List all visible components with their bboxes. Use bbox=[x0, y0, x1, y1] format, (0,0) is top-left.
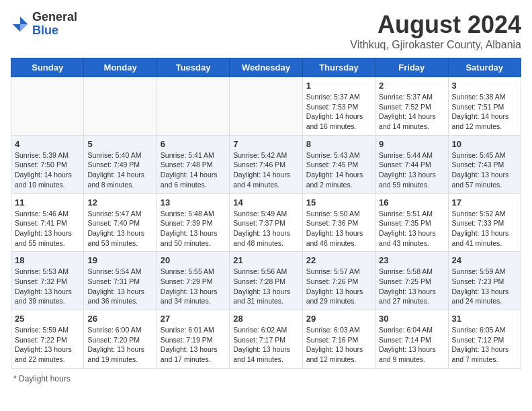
subtitle: Vithkuq, Gjirokaster County, Albania bbox=[350, 39, 521, 51]
day-number: 16 bbox=[379, 197, 444, 208]
main-title: August 2024 bbox=[350, 11, 521, 39]
day-number: 20 bbox=[161, 255, 226, 265]
day-number: 23 bbox=[379, 255, 444, 265]
calendar-cell: 31Sunrise: 6:05 AM Sunset: 7:12 PM Dayli… bbox=[448, 310, 521, 369]
calendar-cell: 10Sunrise: 5:45 AM Sunset: 7:43 PM Dayli… bbox=[448, 135, 521, 193]
day-number: 2 bbox=[379, 81, 444, 91]
day-number: 14 bbox=[233, 197, 298, 208]
day-number: 21 bbox=[233, 255, 298, 265]
calendar-cell: 2Sunrise: 5:37 AM Sunset: 7:52 PM Daylig… bbox=[375, 77, 448, 136]
svg-marker-0 bbox=[20, 17, 28, 24]
day-number: 9 bbox=[379, 139, 444, 149]
cell-info: Sunrise: 6:02 AM Sunset: 7:17 PM Dayligh… bbox=[233, 325, 298, 365]
day-number: 8 bbox=[306, 139, 371, 149]
day-number: 11 bbox=[15, 197, 80, 208]
cell-info: Sunrise: 5:38 AM Sunset: 7:51 PM Dayligh… bbox=[452, 92, 517, 132]
calendar-day-header: Thursday bbox=[302, 58, 375, 77]
calendar-day-header: Sunday bbox=[11, 58, 84, 77]
cell-info: Sunrise: 5:43 AM Sunset: 7:45 PM Dayligh… bbox=[306, 150, 371, 190]
calendar-cell: 7Sunrise: 5:42 AM Sunset: 7:46 PM Daylig… bbox=[230, 135, 302, 193]
day-number: 22 bbox=[306, 255, 371, 265]
calendar-cell bbox=[230, 77, 302, 136]
cell-info: Sunrise: 5:46 AM Sunset: 7:41 PM Dayligh… bbox=[15, 209, 80, 248]
cell-info: Sunrise: 5:37 AM Sunset: 7:53 PM Dayligh… bbox=[306, 92, 371, 132]
calendar-cell: 4Sunrise: 5:39 AM Sunset: 7:50 PM Daylig… bbox=[11, 135, 84, 193]
calendar-cell: 3Sunrise: 5:38 AM Sunset: 7:51 PM Daylig… bbox=[448, 77, 521, 136]
cell-info: Sunrise: 5:52 AM Sunset: 7:33 PM Dayligh… bbox=[452, 209, 517, 248]
logo-icon bbox=[11, 15, 30, 34]
day-number: 24 bbox=[452, 255, 517, 265]
day-number: 27 bbox=[161, 314, 226, 324]
day-number: 28 bbox=[233, 314, 298, 324]
calendar-header: SundayMondayTuesdayWednesdayThursdayFrid… bbox=[11, 58, 521, 77]
calendar-week-row: 11Sunrise: 5:46 AM Sunset: 7:41 PM Dayli… bbox=[11, 193, 521, 252]
day-number: 3 bbox=[452, 81, 517, 91]
calendar-cell bbox=[157, 77, 229, 136]
day-number: 1 bbox=[306, 81, 371, 91]
cell-info: Sunrise: 6:04 AM Sunset: 7:14 PM Dayligh… bbox=[379, 325, 444, 365]
cell-info: Sunrise: 5:54 AM Sunset: 7:31 PM Dayligh… bbox=[87, 267, 152, 306]
cell-info: Sunrise: 5:47 AM Sunset: 7:40 PM Dayligh… bbox=[87, 209, 152, 248]
calendar-day-header: Friday bbox=[375, 58, 448, 77]
cell-info: Sunrise: 5:58 AM Sunset: 7:25 PM Dayligh… bbox=[379, 267, 444, 306]
calendar-cell: 17Sunrise: 5:52 AM Sunset: 7:33 PM Dayli… bbox=[448, 193, 521, 252]
calendar-cell: 18Sunrise: 5:53 AM Sunset: 7:32 PM Dayli… bbox=[11, 252, 84, 310]
cell-info: Sunrise: 5:51 AM Sunset: 7:35 PM Dayligh… bbox=[379, 209, 444, 248]
calendar-day-header: Wednesday bbox=[230, 58, 302, 77]
day-number: 25 bbox=[15, 314, 80, 324]
calendar-cell: 13Sunrise: 5:48 AM Sunset: 7:39 PM Dayli… bbox=[157, 193, 229, 252]
svg-marker-1 bbox=[13, 24, 20, 32]
day-number: 19 bbox=[87, 255, 152, 265]
cell-info: Sunrise: 5:50 AM Sunset: 7:36 PM Dayligh… bbox=[306, 209, 371, 248]
day-number: 6 bbox=[161, 139, 226, 149]
cell-info: Sunrise: 6:00 AM Sunset: 7:20 PM Dayligh… bbox=[87, 325, 152, 365]
day-number: 7 bbox=[233, 139, 298, 149]
calendar-cell: 16Sunrise: 5:51 AM Sunset: 7:35 PM Dayli… bbox=[375, 193, 448, 252]
cell-info: Sunrise: 5:45 AM Sunset: 7:43 PM Dayligh… bbox=[452, 150, 517, 190]
calendar-week-row: 25Sunrise: 5:59 AM Sunset: 7:22 PM Dayli… bbox=[11, 310, 521, 369]
calendar-cell: 9Sunrise: 5:44 AM Sunset: 7:44 PM Daylig… bbox=[375, 135, 448, 193]
calendar-cell bbox=[84, 77, 157, 136]
calendar-week-row: 4Sunrise: 5:39 AM Sunset: 7:50 PM Daylig… bbox=[11, 135, 521, 193]
day-number: 13 bbox=[161, 197, 226, 208]
calendar-cell: 20Sunrise: 5:55 AM Sunset: 7:29 PM Dayli… bbox=[157, 252, 229, 310]
calendar-cell: 5Sunrise: 5:40 AM Sunset: 7:49 PM Daylig… bbox=[84, 135, 157, 193]
day-number: 12 bbox=[87, 197, 152, 208]
cell-info: Sunrise: 5:40 AM Sunset: 7:49 PM Dayligh… bbox=[87, 150, 152, 190]
day-number: 29 bbox=[306, 314, 371, 324]
calendar-cell: 26Sunrise: 6:00 AM Sunset: 7:20 PM Dayli… bbox=[84, 310, 157, 369]
logo: General Blue bbox=[11, 11, 77, 38]
cell-info: Sunrise: 5:39 AM Sunset: 7:50 PM Dayligh… bbox=[15, 150, 80, 190]
svg-marker-2 bbox=[20, 24, 28, 32]
cell-info: Sunrise: 5:41 AM Sunset: 7:48 PM Dayligh… bbox=[161, 150, 226, 190]
calendar-cell: 27Sunrise: 6:01 AM Sunset: 7:19 PM Dayli… bbox=[157, 310, 229, 369]
calendar-body: 1Sunrise: 5:37 AM Sunset: 7:53 PM Daylig… bbox=[11, 77, 521, 369]
day-number: 4 bbox=[15, 139, 80, 149]
calendar-cell: 25Sunrise: 5:59 AM Sunset: 7:22 PM Dayli… bbox=[11, 310, 84, 369]
calendar-cell: 15Sunrise: 5:50 AM Sunset: 7:36 PM Dayli… bbox=[302, 193, 375, 252]
calendar-table: SundayMondayTuesdayWednesdayThursdayFrid… bbox=[11, 58, 521, 369]
footer-note: * Daylight hours bbox=[11, 374, 521, 383]
cell-info: Sunrise: 5:59 AM Sunset: 7:23 PM Dayligh… bbox=[452, 267, 517, 306]
day-number: 17 bbox=[452, 197, 517, 208]
calendar-day-header: Monday bbox=[84, 58, 157, 77]
footer-text: * Daylight hours bbox=[13, 374, 71, 383]
day-number: 18 bbox=[15, 255, 80, 265]
day-number: 5 bbox=[87, 139, 152, 149]
calendar-week-row: 18Sunrise: 5:53 AM Sunset: 7:32 PM Dayli… bbox=[11, 252, 521, 310]
cell-info: Sunrise: 5:44 AM Sunset: 7:44 PM Dayligh… bbox=[379, 150, 444, 190]
cell-info: Sunrise: 6:05 AM Sunset: 7:12 PM Dayligh… bbox=[452, 325, 517, 365]
calendar-cell: 28Sunrise: 6:02 AM Sunset: 7:17 PM Dayli… bbox=[230, 310, 302, 369]
logo-text: General Blue bbox=[32, 11, 77, 38]
calendar-cell: 8Sunrise: 5:43 AM Sunset: 7:45 PM Daylig… bbox=[302, 135, 375, 193]
calendar-cell: 11Sunrise: 5:46 AM Sunset: 7:41 PM Dayli… bbox=[11, 193, 84, 252]
day-number: 10 bbox=[452, 139, 517, 149]
calendar-cell: 19Sunrise: 5:54 AM Sunset: 7:31 PM Dayli… bbox=[84, 252, 157, 310]
cell-info: Sunrise: 5:55 AM Sunset: 7:29 PM Dayligh… bbox=[161, 267, 226, 306]
calendar-cell: 12Sunrise: 5:47 AM Sunset: 7:40 PM Dayli… bbox=[84, 193, 157, 252]
day-number: 30 bbox=[379, 314, 444, 324]
calendar-cell: 6Sunrise: 5:41 AM Sunset: 7:48 PM Daylig… bbox=[157, 135, 229, 193]
logo-blue-text: Blue bbox=[32, 24, 77, 38]
day-number: 26 bbox=[87, 314, 152, 324]
calendar-cell: 22Sunrise: 5:57 AM Sunset: 7:26 PM Dayli… bbox=[302, 252, 375, 310]
